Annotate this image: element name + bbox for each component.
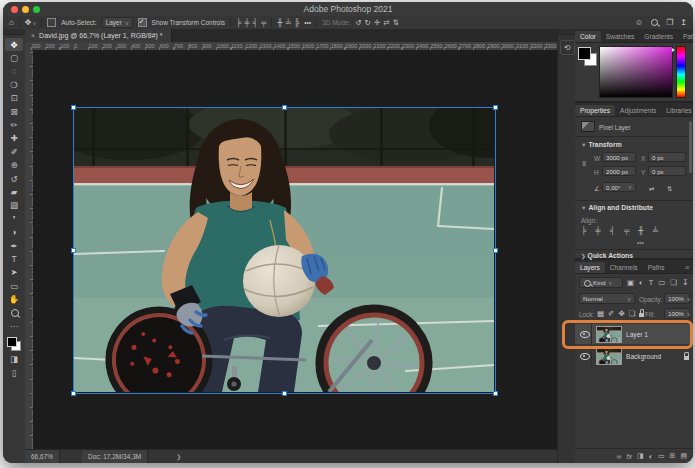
pen-tool[interactable]: ✒ <box>5 239 23 252</box>
angle-input[interactable]: 0,00°∨ <box>602 182 636 192</box>
hue-slider[interactable] <box>676 46 686 98</box>
blur-tool[interactable]: ❜ <box>5 212 23 225</box>
layer-visibility-toggle[interactable] <box>579 324 592 344</box>
color-swatches[interactable] <box>7 337 21 351</box>
home-icon[interactable]: ⌂ <box>9 18 14 27</box>
show-transform-checkbox[interactable] <box>138 18 147 27</box>
align-left-icon[interactable]: ╞ <box>236 19 241 27</box>
color-tab-swatches[interactable]: Swatches <box>601 31 640 42</box>
3d-pan-icon[interactable]: ✛ <box>374 19 380 27</box>
layer-visibility-toggle[interactable] <box>579 346 592 366</box>
align-bottom-icon[interactable]: ╧ <box>653 227 658 235</box>
align-right-icon[interactable]: ╡ <box>610 227 615 235</box>
height-input[interactable]: 2000 px <box>602 166 636 176</box>
layers-tab-channels[interactable]: Channels <box>605 262 643 273</box>
history-brush-tool[interactable]: ↺ <box>5 172 23 185</box>
more-tools[interactable]: ⋯ <box>5 319 23 332</box>
layer-group-icon[interactable]: ▭ <box>658 452 665 460</box>
type-layer-filter-icon[interactable]: T <box>649 279 654 287</box>
move-tool[interactable]: ✥ <box>5 38 23 51</box>
align-more-button[interactable]: ••• <box>637 239 644 246</box>
align-middle-v-icon[interactable]: ╫ <box>277 19 282 27</box>
clone-stamp-tool[interactable]: ⊛ <box>5 159 23 172</box>
brush-tool[interactable]: ✐ <box>5 145 23 158</box>
type-tool[interactable]: T <box>5 252 23 265</box>
layers-menu-icon[interactable]: ≡ <box>681 264 693 273</box>
transform-section-header[interactable]: ▼Transform <box>581 141 622 148</box>
opacity-dropdown[interactable]: 100%∨ <box>664 293 690 304</box>
flip-vertical-button[interactable]: ⇅ <box>667 185 672 193</box>
3d-slide-icon[interactable]: ⇄ <box>383 19 389 27</box>
panel-color-swatches[interactable] <box>578 47 597 66</box>
align-center-h-icon[interactable]: ╪ <box>244 19 249 27</box>
healing-brush-tool[interactable]: ✚ <box>5 132 23 145</box>
layers-tab-paths[interactable]: Paths <box>643 262 670 273</box>
hue-slider-marker[interactable] <box>672 48 675 52</box>
fill-dropdown[interactable]: 100%∨ <box>664 308 690 319</box>
lock-artboard-icon[interactable]: ❏ <box>629 310 636 318</box>
status-options-chevron[interactable]: ❯ <box>176 453 181 460</box>
color-tab-gradients[interactable]: Gradients <box>639 31 678 42</box>
layer-row-layer-1[interactable]: Layer 1 <box>575 324 693 344</box>
share-icon[interactable]: ↥ <box>680 18 687 27</box>
auto-select-checkbox[interactable] <box>47 18 56 27</box>
align-center-h-icon[interactable]: ╪ <box>595 227 600 235</box>
layer-name[interactable]: Background <box>626 353 661 360</box>
marquee-tool[interactable]: ▢ <box>5 51 23 64</box>
dodge-tool[interactable]: ◑ <box>5 225 23 238</box>
history-panel-icon[interactable]: ⟲ <box>560 40 575 55</box>
quick-selection-tool[interactable]: ❍ <box>5 78 23 91</box>
align-middle-v-icon[interactable]: ╫ <box>638 227 643 235</box>
eraser-tool[interactable]: ▰ <box>5 185 23 198</box>
align-right-icon[interactable]: ╡ <box>253 19 258 27</box>
properties-tab-properties[interactable]: Properties <box>575 105 615 116</box>
adjustment-layer-icon[interactable]: ◐ <box>649 453 653 460</box>
close-tab-icon[interactable]: × <box>31 32 35 39</box>
lasso-tool[interactable]: ◌ <box>5 65 23 78</box>
3d-roll-icon[interactable]: ↻ <box>365 19 371 27</box>
lock-all-icon[interactable] <box>639 309 644 319</box>
gradient-tool[interactable]: ▨ <box>5 199 23 212</box>
quick-mask-button[interactable]: ◨ <box>5 353 23 366</box>
properties-tab-adjustments[interactable]: Adjustments <box>615 105 661 116</box>
canvas[interactable] <box>33 50 557 450</box>
align-left-icon[interactable]: ╞ <box>581 227 586 235</box>
document-tab[interactable]: × David.jpg @ 66,7% (Layer 1, RGB/8#) * <box>25 29 172 42</box>
workspace-switcher-icon[interactable]: ❐ <box>666 18 673 27</box>
screen-mode-button[interactable]: ▯ <box>5 366 23 379</box>
3d-orbit-icon[interactable]: ↺ <box>355 19 361 27</box>
layer-thumbnail[interactable] <box>596 348 622 365</box>
pixel-layer-filter-icon[interactable]: ▣ <box>627 279 634 287</box>
photo-layer[interactable] <box>74 108 494 392</box>
align-top-icon[interactable]: ╤ <box>261 19 266 27</box>
layer-row-background[interactable]: Background <box>575 346 693 366</box>
lock-position-icon[interactable]: ✥ <box>618 310 624 318</box>
layer-mask-icon[interactable]: ◨ <box>637 452 644 460</box>
foreground-color-swatch[interactable] <box>7 337 17 347</box>
properties-tab-libraries[interactable]: Libraries <box>661 105 693 116</box>
shape-tool[interactable]: ▭ <box>5 279 23 292</box>
align-top-icon[interactable]: ╤ <box>624 227 629 235</box>
current-tool-icon[interactable]: ✥∨ <box>25 18 36 27</box>
layer-filter-dropdown[interactable]: Kind∨ <box>579 277 623 288</box>
more-options-button[interactable]: ••• <box>304 19 311 26</box>
x-input[interactable]: 0 px <box>648 152 686 162</box>
lock-paint-icon[interactable]: ✐ <box>608 310 614 318</box>
distribute-icon[interactable]: ╠ <box>294 19 299 27</box>
hand-tool[interactable]: ✋ <box>5 292 23 305</box>
smart-object-filter-icon[interactable]: ❏ <box>670 279 677 287</box>
color-tab-color[interactable]: Color <box>575 31 601 42</box>
new-layer-icon[interactable]: ⊞ <box>670 452 676 460</box>
align-bottom-icon[interactable]: ╧ <box>286 19 291 27</box>
frame-tool[interactable]: ⊠ <box>5 105 23 118</box>
color-tab-patterns[interactable]: Patterns <box>678 31 693 42</box>
delete-layer-icon[interactable]: ▤ <box>680 452 687 460</box>
layer-name[interactable]: Layer 1 <box>626 331 648 338</box>
link-layers-icon[interactable]: ∞ <box>617 453 622 460</box>
adjustment-layer-filter-icon[interactable]: ◐ <box>639 279 644 287</box>
properties-scrollbar[interactable] <box>689 121 692 173</box>
crop-tool[interactable]: ⊡ <box>5 92 23 105</box>
eyedropper-tool[interactable]: ✏ <box>5 118 23 131</box>
auto-select-dropdown[interactable]: Layer∨ <box>102 17 133 28</box>
saturation-field[interactable] <box>599 46 673 98</box>
